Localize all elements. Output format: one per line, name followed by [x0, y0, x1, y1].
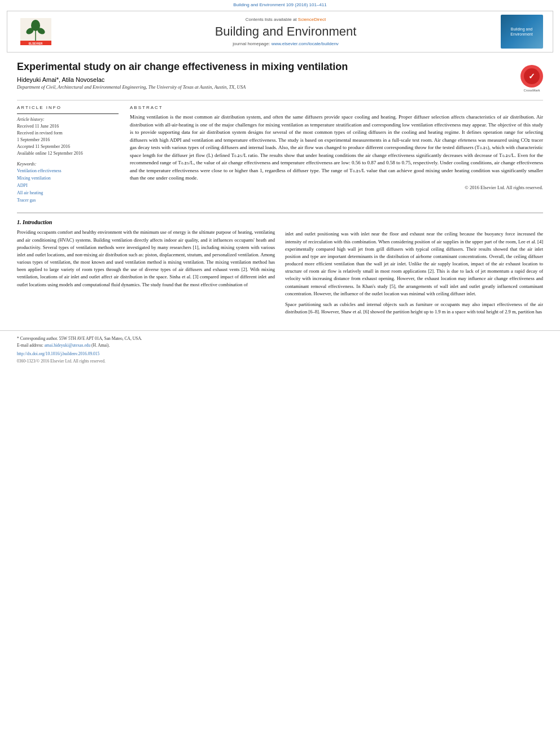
crossmark-icon: ✓ — [523, 68, 540, 85]
article-history-box: Article history: Received 11 June 2016 R… — [17, 113, 119, 157]
author-affiliation: Department of Civil, Architectural and E… — [17, 84, 514, 90]
author-email[interactable]: amai.hideyuki@utexas.edu — [45, 343, 90, 348]
crossmark-label: CrossMark — [523, 89, 540, 92]
article-title-section: Experimental study on air change effecti… — [17, 60, 543, 94]
doi-link[interactable]: http://dx.doi.org/10.1016/j.buildenv.201… — [17, 351, 99, 356]
intro-left-text: Providing occupants comfort and healthy … — [17, 229, 275, 288]
abstract-paragraph: Mixing ventilation is the most common ai… — [130, 113, 543, 182]
journal-homepage: journal homepage: www.elsevier.com/locat… — [75, 41, 496, 46]
article-info-abstract-cols: ARTICLE INFO Article history: Received 1… — [17, 105, 543, 204]
article-info-col: ARTICLE INFO Article history: Received 1… — [17, 105, 119, 204]
authors-line: Hideyuki Amai*, Atila Novoselac — [17, 76, 514, 83]
copyright-text: © 2016 Elsevier Ltd. All rights reserved… — [130, 185, 543, 190]
intro-right-col: inlet and outlet positioning was with in… — [285, 219, 543, 319]
abstract-label: ABSTRACT — [130, 105, 543, 110]
journal-header: ELSEVIER Contents lists available at Sci… — [7, 11, 553, 53]
journal-title: Building and Environment — [75, 24, 496, 39]
section-divider-bottom — [17, 212, 543, 213]
footer-area: * Corresponding author. 55W 5TH AVE APT … — [0, 330, 560, 368]
email-person: (H. Amai). — [91, 343, 110, 348]
keyword-1: Ventilation effectiveness — [17, 168, 119, 175]
journal-logo-text: Building and Environment — [510, 27, 532, 37]
introduction-section: 1. Introduction Providing occupants comf… — [17, 219, 543, 319]
keywords-list: Ventilation effectiveness Mixing ventila… — [17, 168, 119, 204]
sciencedirect-link[interactable]: ScienceDirect — [298, 17, 326, 22]
homepage-link[interactable]: www.elsevier.com/locate/buildenv — [272, 41, 339, 46]
intro-heading: 1. Introduction — [17, 219, 275, 225]
issn-footer: 0360-1323/© 2016 Elsevier Ltd. All right… — [17, 359, 543, 364]
crossmark-badge[interactable]: ✓ — [520, 65, 543, 88]
author-names: Hideyuki Amai*, Atila Novoselac — [17, 76, 104, 83]
footnote-corresponding: * Corresponding author. 55W 5TH AVE APT … — [17, 336, 142, 341]
received-revised-label: Received in revised form — [17, 130, 119, 137]
abstract-col: ABSTRACT Mixing ventilation is the most … — [130, 105, 543, 204]
email-footnote: E-mail address: amai.hideyuki@utexas.edu… — [17, 342, 543, 348]
title-divider — [17, 100, 543, 101]
intro-right-para-2: Space partitioning such as cubicles and … — [285, 301, 543, 316]
elsevier-logo-image: ELSEVIER — [18, 15, 71, 48]
keywords-label: Keywords: — [17, 161, 119, 167]
intro-right-spacer — [285, 219, 543, 230]
article-title-left: Experimental study on air change effecti… — [17, 60, 514, 94]
keyword-5: Tracer gas — [17, 197, 119, 204]
intro-right-para-1: inlet and outlet positioning was with in… — [285, 230, 543, 298]
journal-reference: Building and Environment 109 (2016) 101–… — [0, 0, 560, 8]
keyword-3: ADPI — [17, 182, 119, 190]
svg-text:ELSEVIER: ELSEVIER — [28, 42, 42, 45]
keyword-4: All air heating — [17, 190, 119, 197]
journal-header-center: Contents lists available at ScienceDirec… — [75, 17, 496, 46]
journal-brand-logo: Building and Environment — [501, 15, 543, 49]
received-date: Received 11 June 2016 — [17, 123, 119, 130]
journal-logo-right: Building and Environment — [496, 15, 547, 49]
intro-left-para-1: Providing occupants comfort and healthy … — [17, 229, 275, 288]
contents-label: Contents lists available at ScienceDirec… — [75, 17, 496, 22]
journal-citation-text: Building and Environment 109 (2016) 101–… — [233, 2, 326, 7]
abstract-text: Mixing ventilation is the most common ai… — [130, 113, 543, 182]
doi-line: http://dx.doi.org/10.1016/j.buildenv.201… — [17, 351, 543, 356]
received-revised-date: 1 September 2016 — [17, 137, 119, 143]
intro-right-text: inlet and outlet positioning was with in… — [285, 230, 543, 316]
footnote-text: * Corresponding author. 55W 5TH AVE APT … — [17, 335, 543, 342]
keyword-2: Mixing ventilation — [17, 175, 119, 182]
article-info-label: ARTICLE INFO — [17, 105, 119, 110]
accepted-date: Accepted 11 September 2016 — [17, 143, 119, 150]
available-date: Available online 12 September 2016 — [17, 150, 119, 157]
intro-heading-num: 1. — [17, 219, 21, 225]
svg-text:✓: ✓ — [528, 72, 535, 81]
intro-heading-text: Introduction — [23, 219, 52, 225]
intro-left-col: 1. Introduction Providing occupants comf… — [17, 219, 275, 319]
main-content-area: Experimental study on air change effecti… — [0, 55, 560, 325]
email-label: E-mail address: — [17, 343, 43, 348]
keywords-section: Keywords: Ventilation effectiveness Mixi… — [17, 161, 119, 204]
article-title: Experimental study on air change effecti… — [17, 60, 514, 73]
history-label: Article history: — [17, 117, 119, 122]
elsevier-logo-area: ELSEVIER — [13, 15, 75, 48]
crossmark-area: ✓ CrossMark — [520, 65, 543, 92]
